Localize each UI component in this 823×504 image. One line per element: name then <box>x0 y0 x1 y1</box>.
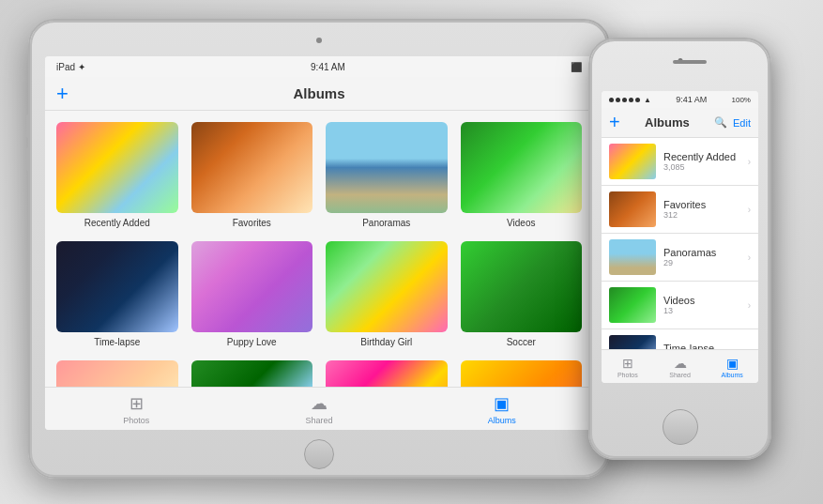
album-name-puppy: Puppy Love <box>227 337 277 347</box>
album-item-birthday[interactable]: Birthday Girl <box>326 241 448 347</box>
album-item-panoramas[interactable]: Panoramas <box>326 122 448 228</box>
album-thumb-videos <box>461 122 583 213</box>
iphone-album-list: Recently Added 3,085 › Favorites 312 › <box>602 138 758 349</box>
signal-dot-1 <box>609 98 614 102</box>
ipad-tab-photos[interactable]: ⊞ Photos <box>45 393 228 425</box>
ipad-nav-title: Albums <box>293 85 344 101</box>
photos-icon: ⊞ <box>130 393 144 414</box>
album-thumb-birthday <box>326 241 448 332</box>
album-name-favorites: Favorites <box>233 218 271 228</box>
iphone-thumb-panoramas <box>609 239 656 275</box>
chevron-right-icon-3: › <box>748 252 751 263</box>
iphone-name-timelapse: Time-lapse <box>663 343 740 349</box>
albums-icon: ▣ <box>494 393 510 414</box>
iphone-tab-bar: ⊞ Photos ☁ Shared ▣ Albums <box>602 349 758 383</box>
signal-dots: ▲ <box>609 96 651 104</box>
signal-dot-2 <box>616 98 620 102</box>
iphone-add-button[interactable]: + <box>609 112 620 133</box>
iphone-info-recently-added: Recently Added 3,085 <box>663 151 740 172</box>
iphone-status-bar: ▲ 9:41 AM 100% <box>602 91 758 108</box>
chevron-right-icon-2: › <box>748 205 751 215</box>
iphone-name-videos: Videos <box>663 295 740 306</box>
iphone-tab-photos[interactable]: ⊞ Photos <box>602 356 654 378</box>
iphone-search-icon[interactable]: 🔍 <box>714 116 727 129</box>
ipad-device: iPad ✦ 9:41 AM ⬛ + Albums Recently Added <box>28 19 610 479</box>
album-name-videos: Videos <box>507 218 535 228</box>
iphone-name-panoramas: Panoramas <box>663 247 740 258</box>
ipad-tab-shared[interactable]: ☁ Shared <box>228 393 411 425</box>
ipad-status-bar: iPad ✦ 9:41 AM ⬛ <box>45 56 593 77</box>
iphone-nav-bar: + Albums 🔍 Edit <box>602 108 758 138</box>
album-item-r3b[interactable] <box>191 360 313 387</box>
iphone-edit-button[interactable]: Edit <box>733 117 751 129</box>
album-thumb-r3b <box>191 360 313 387</box>
album-thumb-r3d <box>461 360 583 387</box>
ipad-home-button[interactable] <box>304 439 334 469</box>
iphone-list-item-timelapse[interactable]: Time-lapse 24 › <box>602 329 758 349</box>
iphone-battery: 100% <box>732 96 751 104</box>
album-item-puppy[interactable]: Puppy Love <box>191 241 313 347</box>
iphone-list-item-favorites[interactable]: Favorites 312 › <box>602 186 758 234</box>
iphone-thumb-videos <box>609 287 656 323</box>
iphone-name-recently-added: Recently Added <box>663 151 740 162</box>
iphone-count-favorites: 312 <box>663 210 740 220</box>
ipad-tab-bar: ⊞ Photos ☁ Shared ▣ Albums <box>45 387 593 430</box>
album-name-soccer: Soccer <box>507 337 536 347</box>
album-thumb-r3a <box>56 360 178 387</box>
iphone-info-favorites: Favorites 312 <box>663 199 740 220</box>
signal-dot-4 <box>629 98 633 102</box>
chevron-right-icon-1: › <box>748 157 751 167</box>
album-thumb-soccer <box>461 241 583 332</box>
ipad-tab-shared-label: Shared <box>305 416 332 425</box>
ipad-status-left: iPad ✦ <box>56 62 85 72</box>
iphone-thumb-timelapse <box>609 335 656 349</box>
album-thumb-puppy <box>191 241 313 332</box>
album-item-r3d[interactable] <box>461 360 583 387</box>
album-name-timelapse: Time-lapse <box>94 337 140 347</box>
ipad-screen: iPad ✦ 9:41 AM ⬛ + Albums Recently Added <box>45 56 593 430</box>
wifi-icon: ▲ <box>644 96 651 104</box>
shared-icon: ☁ <box>311 393 328 414</box>
iphone-shared-icon: ☁ <box>674 356 687 371</box>
album-thumb-timelapse <box>56 241 178 332</box>
iphone-status-time: 9:41 AM <box>676 95 707 104</box>
ipad-add-button[interactable]: + <box>56 84 69 104</box>
iphone-count-recently-added: 3,085 <box>663 162 740 172</box>
chevron-right-icon-4: › <box>748 300 751 311</box>
album-item-recently-added[interactable]: Recently Added <box>56 122 178 228</box>
album-item-favorites[interactable]: Favorites <box>191 122 313 228</box>
ipad-vol-down <box>26 147 30 171</box>
iphone-nav-title: Albums <box>645 115 690 130</box>
album-item-videos[interactable]: Videos <box>461 122 583 228</box>
iphone-tab-albums-label: Albums <box>722 372 743 378</box>
iphone-list-item-panoramas[interactable]: Panoramas 29 › <box>602 234 758 282</box>
iphone-tab-albums[interactable]: ▣ Albums <box>706 356 758 378</box>
signal-dot-5 <box>635 98 640 102</box>
ipad-nav-bar: + Albums <box>45 77 593 111</box>
ipad-status-right: ⬛ <box>571 62 582 72</box>
album-item-soccer[interactable]: Soccer <box>461 241 583 347</box>
scene: iPad ✦ 9:41 AM ⬛ + Albums Recently Added <box>0 0 823 504</box>
iphone-speaker <box>673 60 707 64</box>
ipad-tab-albums-label: Albums <box>488 416 516 425</box>
album-name-birthday: Birthday Girl <box>360 337 412 347</box>
iphone-photos-icon: ⊞ <box>622 356 633 371</box>
iphone-list-item-videos[interactable]: Videos 13 › <box>602 282 758 329</box>
iphone-name-favorites: Favorites <box>663 199 740 210</box>
album-item-r3a[interactable] <box>56 360 178 387</box>
ipad-album-grid: Recently Added Favorites Panoramas Video… <box>56 122 582 387</box>
ipad-tab-photos-label: Photos <box>123 416 149 425</box>
ipad-tab-albums[interactable]: ▣ Albums <box>410 393 593 425</box>
iphone-screen: ▲ 9:41 AM 100% + Albums 🔍 Edit Re <box>602 91 758 383</box>
iphone-info-panoramas: Panoramas 29 <box>663 247 740 267</box>
iphone-thumb-recently-added <box>609 144 656 179</box>
iphone-albums-icon: ▣ <box>726 356 739 371</box>
iphone-tab-shared[interactable]: ☁ Shared <box>654 356 707 378</box>
iphone-home-button[interactable] <box>663 409 698 445</box>
album-item-timelapse[interactable]: Time-lapse <box>56 241 178 347</box>
iphone-nav-actions: 🔍 Edit <box>714 116 751 129</box>
iphone-list-item-recently-added[interactable]: Recently Added 3,085 › <box>602 138 758 186</box>
album-item-r3c[interactable] <box>326 360 448 387</box>
album-name-recently-added: Recently Added <box>84 218 150 228</box>
iphone-thumb-favorites <box>609 191 656 227</box>
